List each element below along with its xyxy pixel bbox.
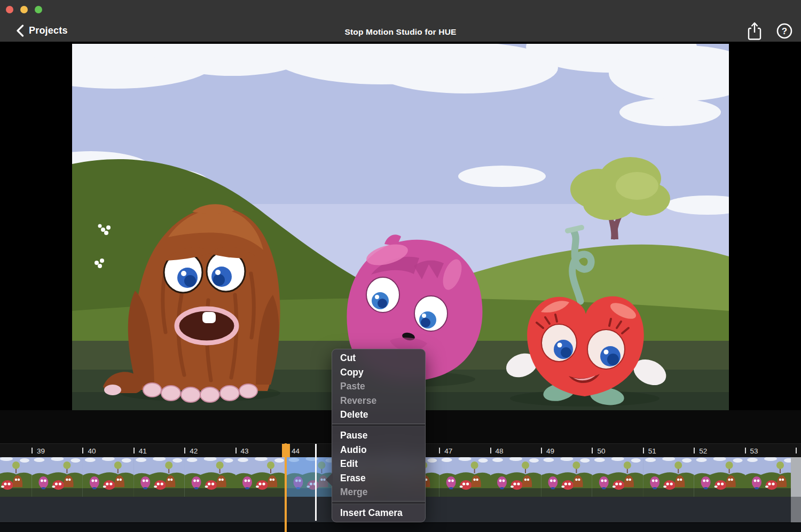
ruler-tick: 50 [592, 447, 605, 455]
minimize-window-button[interactable] [20, 6, 28, 13]
menu-separator [332, 501, 425, 504]
ruler-tick: 53 [745, 447, 758, 455]
context-menu-tail [326, 473, 333, 487]
zoom-window-button[interactable] [35, 6, 42, 13]
playhead-handle[interactable] [282, 444, 290, 457]
question-mark-icon: ? [776, 22, 793, 40]
share-button[interactable] [747, 21, 763, 43]
menu-item-erase[interactable]: Erase [332, 471, 425, 486]
timeline-thumbnail[interactable] [643, 457, 694, 497]
timeline-thumbnail[interactable] [490, 457, 541, 497]
menu-item-cut[interactable]: Cut [332, 351, 425, 365]
context-menu: CutCopyPasteReverseDeletePauseAudioEditE… [332, 349, 426, 522]
ruler-tick: 52 [694, 447, 707, 455]
menu-item-copy[interactable]: Copy [332, 365, 425, 380]
timeline-thumbnail[interactable] [694, 457, 745, 497]
ruler-tick: 51 [643, 447, 656, 455]
app-window: Projects Stop Motion Studio for HUE ? [0, 0, 801, 532]
filmstrip-end-marker [791, 457, 801, 497]
ruler-tick: 49 [541, 447, 554, 455]
menu-item-delete[interactable]: Delete [332, 408, 425, 422]
svg-text:?: ? [782, 26, 787, 36]
menu-item-reverse: Reverse [332, 394, 425, 408]
timeline-thumbnail[interactable] [83, 457, 134, 497]
window-title: Stop Motion Studio for HUE [0, 27, 801, 37]
menu-item-insert-camera[interactable]: Insert Camera [332, 506, 425, 520]
timeline-thumbnail[interactable] [185, 457, 236, 497]
menu-item-edit[interactable]: Edit [332, 457, 425, 471]
titlebar: Projects Stop Motion Studio for HUE ? [0, 0, 801, 42]
menu-item-audio[interactable]: Audio [332, 443, 425, 457]
menu-item-paste: Paste [332, 379, 425, 394]
timeline-thumbnail[interactable] [32, 457, 83, 497]
menu-item-pause[interactable]: Pause [332, 428, 425, 443]
timeline-thumbnail[interactable] [134, 457, 185, 497]
ruler-tick: 48 [490, 447, 504, 455]
timeline-thumbnail[interactable] [541, 457, 592, 497]
ruler-tick [796, 447, 801, 453]
menu-item-merge: Merge [332, 485, 425, 499]
filmstrip-end-marker-lower [791, 497, 801, 522]
playhead[interactable] [285, 443, 287, 532]
ruler-tick: 39 [32, 447, 45, 455]
bottom-bar [0, 522, 801, 532]
window-controls [6, 6, 42, 13]
close-window-button[interactable] [6, 6, 13, 13]
help-button[interactable]: ? [776, 22, 793, 42]
ruler-tick: 41 [134, 447, 147, 455]
timeline-thumbnail[interactable] [0, 457, 32, 497]
ruler-tick: 40 [82, 447, 96, 455]
timeline-thumbnail[interactable] [235, 457, 287, 497]
insert-position-line [315, 444, 317, 521]
share-icon [747, 21, 763, 41]
timeline-thumbnail[interactable] [592, 457, 643, 497]
timeline-thumbnail[interactable] [439, 457, 491, 497]
timeline-thumbnail[interactable] [745, 457, 796, 497]
menu-separator [332, 424, 425, 427]
ruler-tick: 42 [184, 447, 198, 455]
ruler-tick: 47 [439, 447, 452, 455]
ruler-tick: 43 [235, 447, 249, 455]
